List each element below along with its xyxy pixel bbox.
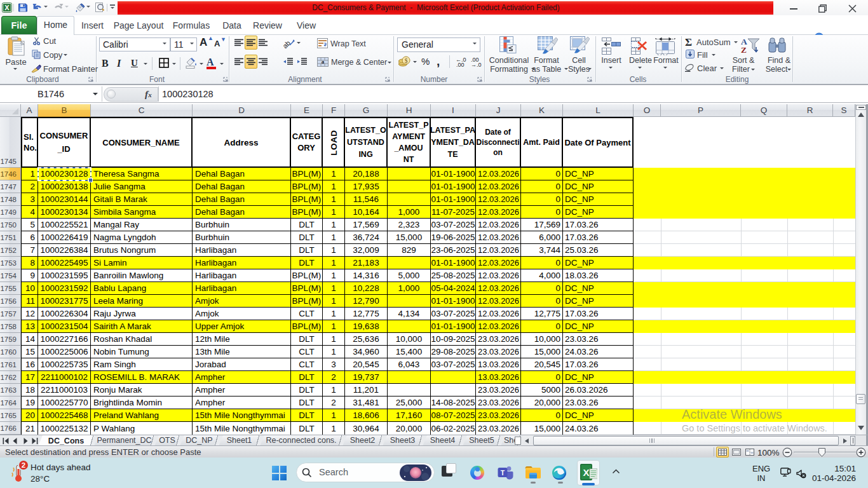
svg-text:$: $ bbox=[405, 58, 408, 64]
svg-text:X: X bbox=[583, 467, 589, 478]
svg-text:a: a bbox=[322, 58, 325, 65]
svg-text:T: T bbox=[501, 469, 505, 477]
svg-text:Z: Z bbox=[741, 45, 747, 54]
svg-text:X: X bbox=[4, 4, 10, 11]
svg-text:.00: .00 bbox=[456, 62, 465, 67]
